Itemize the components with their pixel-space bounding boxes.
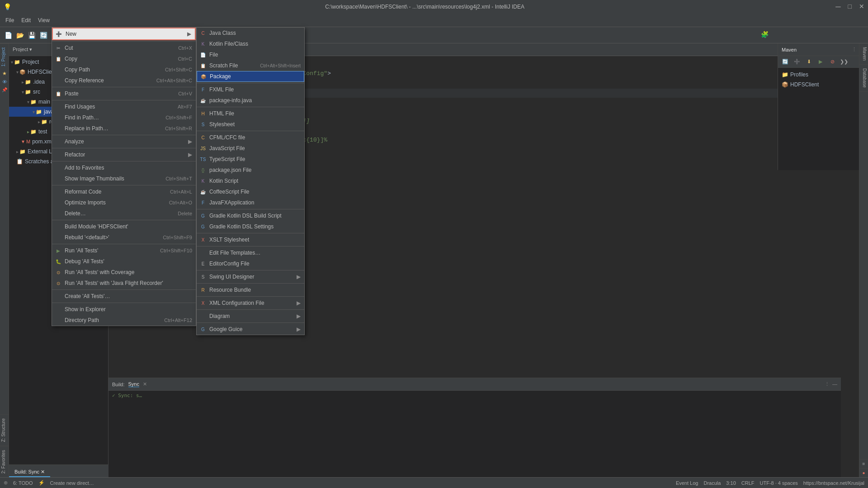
- maven-skip-btn[interactable]: ⊘: [827, 57, 838, 67]
- menu-edit[interactable]: Edit: [18, 15, 34, 25]
- sub-item-package[interactable]: 📦 Package: [197, 71, 304, 82]
- sub-item-stylesheet[interactable]: S Stylesheet: [197, 119, 304, 130]
- vtab-structure[interactable]: Z: Structure: [0, 414, 9, 446]
- sub-item-kotlin-script[interactable]: K Kotlin Script: [197, 175, 304, 186]
- status-line-sep[interactable]: CRLF: [741, 480, 755, 486]
- sub-item-fxml[interactable]: F FXML File: [197, 84, 304, 95]
- vtab-database-right[interactable]: Database: [859, 65, 868, 92]
- status-url[interactable]: https://bntspace.net/Krusijal: [803, 480, 864, 486]
- sub-item-cfml[interactable]: C CFML/CFC file: [197, 132, 304, 143]
- build-sync-tab[interactable]: Sync: [128, 381, 139, 387]
- build-menu-icon[interactable]: ⋮: [825, 381, 830, 387]
- ctx-item-run-tests[interactable]: ▶ Run 'All Tests' Ctrl+Shift+F10: [52, 245, 196, 256]
- ctx-item-show-explorer[interactable]: Show in Explorer: [52, 304, 196, 315]
- sub-item-java-class[interactable]: C Java Class: [197, 28, 304, 38]
- ctx-item-copy-path[interactable]: Copy Path Ctrl+Shift+C: [52, 64, 196, 75]
- menu-file[interactable]: File: [2, 15, 18, 25]
- build-sync-close[interactable]: ✕: [143, 381, 147, 387]
- ctx-item-rebuild[interactable]: Rebuild '<default>' Ctrl+Shift+F9: [52, 232, 196, 243]
- sub-item-diagram[interactable]: Diagram ▶: [197, 311, 304, 322]
- ctx-item-run-jfr[interactable]: ⊙ Run 'All Tests' with 'Java Flight Reco…: [52, 278, 196, 289]
- sub-item-resource-bundle[interactable]: R Resource Bundle: [197, 284, 304, 295]
- ctx-item-delete[interactable]: Delete… Delete: [52, 208, 196, 219]
- bottom-tab-build[interactable]: Build: Sync ✕: [9, 467, 50, 477]
- status-encoding[interactable]: UTF-8 · 4 spaces: [760, 480, 798, 486]
- ctx-item-dir-path[interactable]: Directory Path Ctrl+Alt+F12: [52, 315, 196, 326]
- sub-item-scratch-file[interactable]: 📋 Scratch File Ctrl+Alt+Shift+Insert: [197, 60, 304, 71]
- ctx-item-find-usages[interactable]: Find Usages Alt+F7: [52, 101, 196, 112]
- sub-ts-label: TypeScript File: [209, 156, 245, 162]
- sub-item-pkg-json[interactable]: {} package.json File: [197, 165, 304, 175]
- maven-add-btn[interactable]: ➕: [792, 57, 802, 67]
- sub-item-js[interactable]: JS JavaScript File: [197, 143, 304, 154]
- toolbar-new-btn[interactable]: 📄: [3, 30, 14, 41]
- toolbar-save-btn[interactable]: 💾: [26, 30, 37, 41]
- maven-download-btn[interactable]: ⬇: [803, 57, 814, 67]
- ctx-item-analyze[interactable]: Analyze ▶: [52, 136, 196, 147]
- vtab-favorites[interactable]: 2: Favorites: [0, 446, 9, 477]
- right-icon-2[interactable]: ●: [859, 468, 868, 477]
- close-button[interactable]: ✕: [859, 3, 864, 11]
- ctx-item-copy[interactable]: 📋 Copy Ctrl+C: [52, 53, 196, 64]
- toolbar-sync-btn[interactable]: 🔄: [38, 30, 49, 41]
- sub-item-pkg-info[interactable]: ☕ package-info.java: [197, 95, 304, 106]
- ctx-item-thumbnails[interactable]: Show Image Thumbnails Ctrl+Shift+T: [52, 173, 196, 184]
- ctx-run-tests-shortcut: Ctrl+Shift+F10: [160, 248, 192, 253]
- ctx-thumbnails-label: Show Image Thumbnails: [65, 175, 124, 182]
- status-event-log[interactable]: Event Log: [676, 480, 698, 486]
- ctx-item-copy-ref[interactable]: Copy Reference Ctrl+Alt+Shift+C: [52, 75, 196, 86]
- sub-item-xml-config[interactable]: X XML Configuration File ▶: [197, 298, 304, 308]
- ctx-item-paste[interactable]: 📋 Paste Ctrl+V: [52, 88, 196, 99]
- sub-item-editorconfig[interactable]: E EditorConfig File: [197, 258, 304, 269]
- sub-item-coffeescript[interactable]: ☕ CoffeeScript File: [197, 186, 304, 197]
- maven-profiles[interactable]: 📁 Profiles: [778, 70, 868, 80]
- bookmark-icon[interactable]: ★: [2, 71, 7, 76]
- minimize-button[interactable]: ─: [835, 3, 840, 11]
- menu-view[interactable]: View: [34, 15, 53, 25]
- maven-expand-btn[interactable]: ❯❯: [839, 57, 849, 67]
- file-icon: 📄: [199, 51, 207, 58]
- sub-item-gradle-settings[interactable]: G Gradle Kotlin DSL Settings: [197, 221, 304, 232]
- ctx-item-run-coverage[interactable]: ⊙ Run 'All Tests' with Coverage: [52, 267, 196, 278]
- ctx-item-reformat[interactable]: Reformat Code Ctrl+Alt+L: [52, 186, 196, 197]
- sub-item-gradle-build[interactable]: G Gradle Kotlin DSL Build Script: [197, 210, 304, 221]
- plugin-icon[interactable]: 🧩: [761, 31, 769, 38]
- maven-menu-icon[interactable]: ⋮: [852, 47, 857, 52]
- sub-item-google-guice[interactable]: G Google Guice ▶: [197, 324, 304, 335]
- ctx-item-new[interactable]: ➕ New ▶: [52, 28, 196, 40]
- sub-item-file[interactable]: 📄 File: [197, 49, 304, 60]
- ctx-item-favorites[interactable]: Add to Favorites: [52, 162, 196, 173]
- ctx-item-build-module[interactable]: Build Module 'HDFSClient': [52, 221, 196, 232]
- ctx-item-replace[interactable]: Replace in Path… Ctrl+Shift+R: [52, 123, 196, 134]
- ctx-item-find-path[interactable]: Find in Path… Ctrl+Shift+F: [52, 112, 196, 123]
- ctx-item-refactor[interactable]: Refactor ▶: [52, 149, 196, 160]
- vtab-maven-right[interactable]: Maven: [859, 43, 868, 65]
- status-icon-2[interactable]: ⚡: [38, 480, 45, 486]
- maximize-button[interactable]: □: [848, 3, 852, 11]
- ctx-item-create-tests[interactable]: Create 'All Tests'…: [52, 291, 196, 302]
- sub-item-edit-templates[interactable]: Edit File Templates…: [197, 247, 304, 258]
- status-run-icon[interactable]: ⊕: [4, 480, 8, 486]
- sub-item-javafx[interactable]: F JavaFXApplication: [197, 197, 304, 208]
- pin-icon[interactable]: 📌: [2, 87, 7, 92]
- eye-icon[interactable]: 👁: [2, 79, 7, 85]
- sub-item-ts[interactable]: TS TypeScript File: [197, 154, 304, 165]
- toolbar-open-btn[interactable]: 📂: [14, 30, 25, 41]
- ctx-item-optimize[interactable]: Optimize Imports Ctrl+Alt+O: [52, 197, 196, 208]
- ctx-item-debug-tests[interactable]: 🐛 Debug 'All Tests': [52, 256, 196, 267]
- status-theme[interactable]: Dracula: [703, 480, 721, 486]
- sub-item-kotlin-file[interactable]: K Kotlin File/Class: [197, 38, 304, 49]
- sub-item-html[interactable]: H HTML File: [197, 108, 304, 119]
- status-todo[interactable]: 6: TODO: [13, 480, 33, 486]
- maven-run-btn[interactable]: ▶: [815, 57, 826, 67]
- right-icon-1[interactable]: ≡: [859, 459, 868, 468]
- status-position[interactable]: 3:10: [726, 480, 736, 486]
- maven-hdfs-client[interactable]: 📦 HDFSClient: [778, 80, 868, 90]
- status-bottom-label[interactable]: Create new direct…: [50, 480, 94, 486]
- maven-refresh-btn[interactable]: 🔄: [780, 57, 791, 67]
- ctx-item-cut[interactable]: ✂ Cut Ctrl+X: [52, 43, 196, 53]
- sub-item-xslt[interactable]: X XSLT Stylesheet: [197, 234, 304, 245]
- build-minimize-icon[interactable]: —: [832, 381, 837, 387]
- pkg-info-icon: ☕: [199, 97, 207, 104]
- sub-item-swing[interactable]: S Swing UI Designer ▶: [197, 271, 304, 282]
